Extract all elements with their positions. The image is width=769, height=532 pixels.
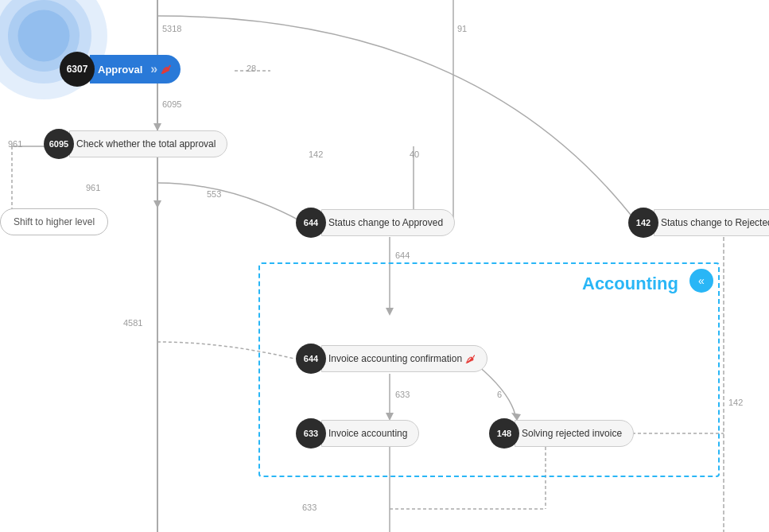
edge-label-40: 40 [410,150,419,159]
check-approval-label: Check whether the total approval [69,130,227,157]
node-badge-644-approved: 644 [296,208,326,238]
node-badge-644-invoice: 644 [296,344,326,374]
node-approval[interactable]: 6307 Approval » 🌶 [60,54,181,84]
edge-label-553: 553 [207,189,221,199]
node-status-approved[interactable]: 644 Status change to Approved [296,208,455,237]
status-approved-label: Status change to Approved [321,209,455,236]
node-badge-6307: 6307 [60,52,95,87]
node-badge-142: 142 [628,208,658,238]
edge-label-142: 142 [309,150,323,159]
node-badge-633: 633 [296,418,326,449]
node-badge-148: 148 [489,418,519,449]
node-6095[interactable]: 6095 Check whether the total approval [44,130,227,158]
node-badge-6095: 6095 [44,129,74,159]
node-shift-higher[interactable]: Shift to higher level [0,208,108,235]
accounting-title: Accounting [582,274,678,294]
svg-marker-4 [153,200,161,208]
chili-icon: 🌶 [161,64,171,76]
edge-label-28: 28 [247,64,256,73]
edge-label-644: 644 [395,250,410,260]
node-invoice-accounting[interactable]: 633 Invoice accounting [296,419,419,448]
edge-label-91: 91 [457,24,467,33]
approval-label: Approval » 🌶 [90,55,181,83]
edge-label-5318: 5318 [162,24,181,33]
edge-label-633b: 633 [302,503,317,512]
edge-label-4581: 4581 [123,318,142,328]
solving-rejected-label: Solving rejected invoice [515,420,634,447]
node-status-rejected[interactable]: 142 Status change to Rejected [628,208,769,237]
invoice-confirm-label: Invoice accounting confirmation 🌶 [321,345,487,372]
chili-icon-2: 🌶 [465,353,476,365]
status-rejected-label: Status change to Rejected [654,209,769,236]
accounting-collapse-button[interactable]: « [689,269,713,293]
edge-label-6095: 6095 [162,99,181,109]
edge-label-961: 961 [8,139,22,149]
edge-label-961b: 961 [86,183,100,192]
node-solving-rejected[interactable]: 148 Solving rejected invoice [489,419,634,448]
edge-label-633: 633 [395,390,410,399]
invoice-accounting-label: Invoice accounting [321,420,419,447]
edge-label-6: 6 [497,390,502,399]
node-invoice-confirm[interactable]: 644 Invoice accounting confirmation 🌶 [296,344,487,373]
edge-label-142b: 142 [728,398,743,407]
